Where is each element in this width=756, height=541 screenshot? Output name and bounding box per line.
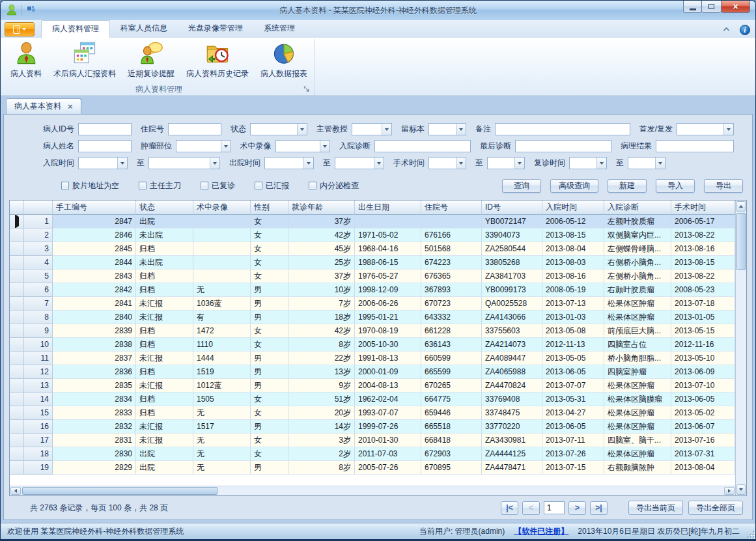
table-cell[interactable]: 18岁 — [288, 311, 355, 324]
scroll-up-icon[interactable] — [736, 201, 746, 212]
column-header[interactable]: 入院诊断 — [604, 201, 671, 215]
table-cell[interactable]: 1012蓝 — [193, 379, 251, 393]
row-selector-cell[interactable] — [10, 352, 24, 365]
checkbox-endocrine-exam[interactable]: 内分泌检查 — [309, 180, 359, 191]
table-cell[interactable]: 2013-07-15 — [542, 461, 604, 475]
application-menu-button[interactable] — [5, 22, 35, 36]
table-cell[interactable]: 670723 — [421, 297, 482, 311]
table-cell[interactable]: 出院 — [136, 461, 193, 475]
table-cell[interactable]: 660599 — [421, 352, 482, 365]
table-cell[interactable]: 2835 — [53, 379, 136, 393]
table-cell[interactable] — [421, 215, 482, 229]
row-selector-cell[interactable] — [10, 311, 24, 324]
table-cell[interactable]: 男 — [251, 283, 288, 297]
table-cell[interactable] — [193, 242, 251, 256]
table-cell[interactable]: 男 — [251, 311, 288, 324]
tab-patient-basic-info[interactable]: 病人基本资料 × — [6, 98, 81, 114]
table-cell[interactable]: 有 — [193, 311, 251, 324]
table-cell[interactable]: 2013-05-15 — [671, 324, 735, 338]
table-cell[interactable]: 1968-04-16 — [355, 242, 421, 256]
close-tab-icon[interactable]: × — [68, 102, 73, 111]
table-cell[interactable]: 前颅底巨大脑... — [604, 324, 671, 338]
table-row[interactable]: 172831未汇报无女3岁2010-01-30668418ZA343098120… — [10, 434, 735, 447]
checkbox-reported[interactable]: 已汇报 — [255, 180, 289, 191]
table-cell[interactable]: 1970-08-19 — [355, 324, 421, 338]
checkbox-director-surgeon[interactable]: 主任主刀 — [139, 180, 181, 191]
close-button[interactable]: × — [721, 1, 750, 13]
scroll-left-icon[interactable] — [10, 487, 21, 495]
postop-report-button[interactable]: 术后病人汇报资料 — [48, 39, 122, 83]
history-record-button[interactable]: 病人资料历史记录 — [180, 39, 255, 83]
table-cell[interactable]: 女 — [251, 242, 288, 256]
table-cell[interactable]: 665518 — [421, 420, 482, 434]
column-header[interactable]: 出生日期 — [355, 201, 421, 215]
data-report-button[interactable]: 病人数据报表 — [255, 39, 313, 83]
table-cell[interactable]: 2013-01-05 — [671, 311, 735, 324]
row-header-corner[interactable] — [24, 201, 53, 215]
restore-button[interactable] — [702, 1, 721, 13]
table-row[interactable]: 192829出院无男8岁2005-07-26670895ZA4478471201… — [10, 461, 735, 475]
table-cell[interactable]: 2013-05-05 — [542, 352, 604, 365]
row-number-cell[interactable]: 14 — [24, 393, 53, 406]
combo-dropdown-icon[interactable] — [655, 158, 665, 169]
column-header[interactable]: 就诊年龄 — [288, 201, 355, 215]
row-selector-cell[interactable] — [10, 256, 24, 270]
table-cell[interactable] — [193, 256, 251, 270]
table-cell[interactable]: 1991-08-13 — [355, 352, 421, 365]
table-cell[interactable]: 636143 — [421, 338, 482, 352]
table-cell[interactable]: 2000-01-09 — [355, 365, 421, 379]
table-cell[interactable]: 33755603 — [482, 324, 542, 338]
quick-access-icon[interactable] — [26, 5, 36, 17]
table-cell[interactable]: 367893 — [421, 283, 482, 297]
next-page-button[interactable]: > — [568, 501, 586, 515]
form-input[interactable] — [656, 140, 734, 152]
form-combo[interactable] — [428, 123, 466, 135]
table-cell[interactable]: 2013-05-10 — [671, 352, 735, 365]
table-cell[interactable]: 2847 — [53, 215, 136, 229]
export-all-pages-button[interactable]: 导出全部页 — [688, 501, 743, 515]
combo-dropdown-icon[interactable] — [723, 124, 733, 135]
table-cell[interactable]: 2010-01-30 — [355, 434, 421, 447]
row-number-cell[interactable]: 1 — [24, 215, 53, 229]
query-button[interactable]: 查询 — [502, 179, 541, 193]
table-cell[interactable]: 2013-07-16 — [671, 434, 735, 447]
table-cell[interactable]: 2013-07-13 — [542, 297, 604, 311]
form-combo[interactable] — [335, 157, 384, 169]
row-selector-cell[interactable] — [10, 379, 24, 393]
table-cell[interactable]: 2013-07-07 — [542, 379, 604, 393]
table-cell[interactable]: 33748475 — [482, 406, 542, 420]
table-cell[interactable]: 2013-08-16 — [542, 270, 604, 283]
table-cell[interactable]: 女 — [251, 338, 288, 352]
row-selector-cell[interactable] — [10, 270, 24, 283]
table-cell[interactable]: QA0025528 — [482, 297, 542, 311]
table-cell[interactable]: 松果体区肿瘤 — [604, 311, 671, 324]
table-cell[interactable]: 女 — [251, 215, 288, 229]
table-cell[interactable]: 归档 — [136, 338, 193, 352]
vertical-scrollbar[interactable] — [735, 201, 746, 495]
table-cell[interactable]: 2831 — [53, 434, 136, 447]
table-cell[interactable]: ZA4089447 — [482, 352, 542, 365]
combo-dropdown-icon[interactable] — [297, 124, 307, 135]
table-cell[interactable]: 51岁 — [288, 393, 355, 406]
table-cell[interactable]: 42岁 — [288, 229, 355, 242]
import-button[interactable]: 导入 — [656, 179, 695, 193]
table-cell[interactable]: 2008-05-19 — [542, 283, 604, 297]
software-registered-link[interactable]: 【软件已注册】 — [514, 526, 568, 537]
table-row[interactable]: 92839归档1472女42岁1970-08-19661228337556032… — [10, 324, 735, 338]
table-row[interactable]: 132835未汇报1012蓝男9岁2004-08-13670265ZA44708… — [10, 379, 735, 393]
table-cell[interactable]: 2844 — [53, 256, 136, 270]
row-number-cell[interactable]: 10 — [24, 338, 53, 352]
table-cell[interactable]: 四脑室占位 — [604, 338, 671, 352]
export-current-page-button[interactable]: 导出当前页 — [628, 501, 683, 515]
table-row[interactable]: 22846未出院女42岁1971-05-02676166339040732013… — [10, 229, 735, 242]
table-cell[interactable]: 女 — [251, 393, 288, 406]
form-combo[interactable] — [677, 123, 734, 135]
table-cell[interactable]: 归档 — [136, 270, 193, 283]
row-number-cell[interactable]: 6 — [24, 283, 53, 297]
table-cell[interactable]: 2013-06-07 — [671, 420, 735, 434]
table-cell[interactable]: 右颞叶胶质瘤 — [604, 283, 671, 297]
combo-dropdown-icon[interactable] — [303, 158, 313, 169]
row-number-cell[interactable]: 8 — [24, 311, 53, 324]
form-combo[interactable] — [352, 123, 392, 135]
table-cell[interactable]: 男 — [251, 379, 288, 393]
